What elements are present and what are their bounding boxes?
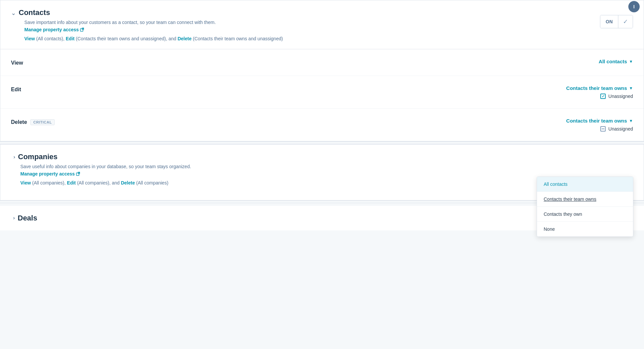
contacts-section: ⌄ Contacts Save important info about you… <box>0 0 644 142</box>
companies-title-row: ⌄ Companies <box>11 153 633 161</box>
delete-label-text: Delete CRITICAL <box>11 118 55 125</box>
companies-delete-label: Delete <box>121 180 135 185</box>
edit-label-text: Edit <box>11 85 21 93</box>
edit-control: Contacts their team owns ▼ Unassigned <box>540 85 633 99</box>
delete-permission-row: Delete CRITICAL Contacts their team owns… <box>0 109 644 141</box>
companies-edit-value: (All companies), <box>77 180 110 185</box>
page-wrapper: I ⌄ Contacts Save important info about y… <box>0 0 644 349</box>
contacts-header: ⌄ Contacts Save important info about you… <box>0 0 644 49</box>
edit-dropdown-button[interactable]: Contacts their team owns ▼ <box>566 85 633 91</box>
section-divider-1 <box>0 142 644 144</box>
contacts-title: Contacts <box>19 8 50 17</box>
delete-label: Delete <box>178 36 192 41</box>
toggle-checkmark[interactable]: ✓ <box>618 15 633 28</box>
contacts-toggle[interactable]: ON ✓ <box>600 15 633 28</box>
external-link-icon <box>80 28 84 32</box>
edit-label: Edit <box>66 36 74 41</box>
view-dropdown-button[interactable]: All contacts ▼ <box>599 59 633 64</box>
edit-dropdown-value: Contacts their team owns <box>566 85 627 91</box>
companies-title: Companies <box>18 153 58 161</box>
contacts-chevron-icon[interactable]: ⌄ <box>11 9 16 17</box>
companies-view-value: (All companies), <box>32 180 66 185</box>
delete-value: (Contacts their team owns and unassigned… <box>193 36 283 41</box>
companies-and-text: and <box>112 180 119 185</box>
contacts-summary: View (All contacts), Edit (Contacts thei… <box>11 32 296 49</box>
view-value: (All contacts), <box>36 36 65 41</box>
delete-unassigned-checkbox[interactable] <box>600 126 606 132</box>
view-control: All contacts ▼ <box>540 59 633 64</box>
edit-permission-row: Edit Contacts their team owns ▼ Unassign… <box>0 76 644 109</box>
delete-dropdown-value: Contacts their team owns <box>566 118 627 124</box>
permission-rows: View All contacts ▼ Edit Contacts their … <box>0 49 644 141</box>
edit-unassigned-row: Unassigned <box>600 94 633 99</box>
edit-value: (Contacts their team owns and unassigned… <box>76 36 167 41</box>
companies-header: ⌄ Companies <box>0 145 644 161</box>
delete-dropdown-button[interactable]: Contacts their team owns ▼ <box>566 118 633 124</box>
deals-title: Deals <box>18 214 37 222</box>
edit-dropdown-arrow: ▼ <box>629 86 633 91</box>
critical-badge: CRITICAL <box>30 119 55 125</box>
view-dropdown-value: All contacts <box>599 59 627 64</box>
delete-control: Contacts their team owns ▼ Unassigned <box>540 118 633 132</box>
deals-chevron-icon[interactable]: ⌄ <box>10 216 16 220</box>
edit-unassigned-label: Unassigned <box>608 94 633 99</box>
companies-edit-label: Edit <box>67 180 76 185</box>
on-label: ON <box>600 15 618 28</box>
top-bar: I <box>624 0 644 13</box>
view-dropdown-arrow: ▼ <box>629 59 633 64</box>
view-label: View <box>24 36 35 41</box>
delete-dropdown-arrow: ▼ <box>629 119 633 123</box>
companies-delete-value: (All companies) <box>136 180 168 185</box>
contacts-title-row: ⌄ Contacts <box>11 8 296 17</box>
edit-unassigned-checkbox[interactable] <box>600 94 606 99</box>
companies-manage-link[interactable]: Manage property access <box>11 171 80 176</box>
view-label-text: View <box>11 59 23 66</box>
and-text: and <box>168 36 176 41</box>
companies-description: Save useful info about companies in your… <box>11 164 633 169</box>
dropdown-item-none[interactable]: None <box>537 222 633 236</box>
avatar[interactable]: I <box>628 1 640 12</box>
dropdown-item-all-contacts[interactable]: All contacts <box>537 177 633 192</box>
companies-view-label: View <box>20 180 31 185</box>
delete-unassigned-label: Unassigned <box>608 126 633 132</box>
contacts-manage-link[interactable]: Manage property access <box>11 27 84 32</box>
contacts-description: Save important info about your customers… <box>11 20 296 25</box>
dropdown-item-they-own[interactable]: Contacts they own <box>537 207 633 222</box>
dropdown-item-team-owns[interactable]: Contacts their team owns <box>537 192 633 207</box>
view-permission-row: View All contacts ▼ <box>0 49 644 76</box>
companies-chevron-icon[interactable]: ⌄ <box>10 155 16 160</box>
companies-external-link-icon <box>76 172 80 176</box>
delete-unassigned-row: Unassigned <box>600 126 633 132</box>
dropdown-menu: All contacts Contacts their team owns Co… <box>537 176 633 237</box>
